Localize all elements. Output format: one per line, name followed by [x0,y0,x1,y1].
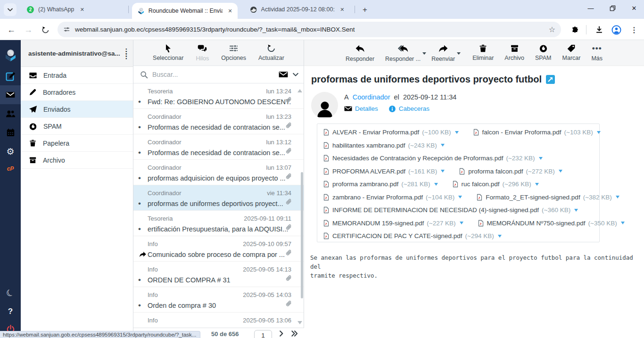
message-row[interactable]: Coordinadorlun 13:07 •proformas adquisic… [133,160,304,185]
forward-button[interactable]: → [23,24,34,35]
profile-icon[interactable] [611,24,622,35]
page-number-box[interactable]: 1 [254,330,272,338]
attachment[interactable]: proforma falcon.pdf(~272 KB) [459,167,562,175]
attachment[interactable]: PROFORMA ALVEAR.pdf(~161 KB) [323,167,445,175]
threads-button[interactable]: Hilos [196,44,209,62]
attachment-menu-caret[interactable] [460,222,463,224]
folder-menu-icon[interactable]: ⋮⋮⋮ [123,50,130,57]
close-tab-icon[interactable]: ✕ [339,5,346,14]
attachment-menu-caret[interactable] [539,157,543,160]
dark-mode-button[interactable]: ☾ [0,283,21,302]
message-row[interactable]: Info2025-09-05 14:03 •Orden de compra # … [133,287,304,313]
attachment-menu-caret[interactable] [434,183,438,186]
forward-button[interactable]: Reenviar [431,44,455,62]
back-button[interactable]: ← [6,24,17,35]
folder-borradores[interactable]: Borradores [21,84,133,101]
attachment-menu-caret[interactable] [559,170,562,173]
reply-button[interactable]: Responder [346,44,374,62]
message-row[interactable]: Tesorerialun 13:24 •Fwd: Re: GOBIERNO AU… [133,83,304,109]
select-button[interactable]: Seleccionar [153,44,183,61]
rail-cpanel-button[interactable]: cP [0,161,21,177]
folder-entrada[interactable]: Entrada [21,67,133,84]
bookmark-star-icon[interactable]: ☆ [549,25,555,34]
folder-archivo[interactable]: Archivo [21,152,133,169]
tab-roundcube[interactable]: Roundcube Webmail :: Enviados ✕ [132,3,238,19]
attachment-menu-caret[interactable] [441,170,445,173]
attachment[interactable]: MEMORANDUM 159-signed.pdf(~227 KB) [323,219,463,227]
more-button[interactable]: •••Más [591,44,603,62]
attachment-menu-caret[interactable] [616,196,619,198]
message-row-selected[interactable]: Coordinadorvie 11:34 •proformas de unifo… [133,185,304,211]
attachment[interactable]: proforma zambrano.pdf(~281 KB) [323,180,438,188]
account-header[interactable]: asistente-administrativo@sa... ⋮⋮⋮ [21,40,133,67]
attachment-menu-caret[interactable] [441,144,445,147]
message-row[interactable]: Info2025-09-05 14:13 •ORDEN DE COMPRA # … [133,262,304,287]
attachment-menu-caret[interactable] [498,235,502,238]
attachment-menu-caret[interactable] [621,222,625,224]
attachment[interactable]: falcon - Enviar Proforma.pdf(~103 KB) [473,128,601,136]
search-options-chevron-icon[interactable] [292,71,299,78]
delete-button[interactable]: Eliminar [472,44,494,61]
headers-link[interactable]: Cabeceras [388,105,429,113]
list-scroll-up-arrow[interactable] [297,89,302,92]
downloads-icon[interactable] [594,24,605,35]
site-info-icon[interactable] [63,26,70,33]
folder-spam[interactable]: SPAM [21,118,133,135]
reply-all-button[interactable]: Responder ... [385,44,421,62]
attachment-menu-caret[interactable] [458,196,462,198]
message-row[interactable]: Tesoreria2025-09-11 09:11 •ertificación … [133,211,304,236]
browser-menu-icon[interactable]: ⋮ [628,24,640,35]
rail-contacts-button[interactable] [0,104,21,123]
extensions-icon[interactable] [569,24,580,35]
message-row[interactable]: Info2025-09-05 13:06 [133,313,304,328]
rail-settings-button[interactable]: ⚙ [0,142,21,161]
search-scope-envelope-icon[interactable] [279,70,288,79]
attachment[interactable]: habilitantes xambrano.pdf(~243 KB) [323,141,445,149]
spam-button[interactable]: SPAM [535,44,552,61]
roundcube-logo[interactable] [0,44,21,66]
window-close-button[interactable]: ✕ [624,0,644,16]
archive-button[interactable]: Archivo [504,44,524,61]
attachment[interactable]: Necesidades de Contratación y Recepción … [323,154,543,162]
attachment[interactable]: MEMORÁNDUM Nº750-signed.pdf(~350 KB) [478,219,625,227]
folder-papelera[interactable]: Papelera [21,135,133,152]
attachment[interactable]: Formato_2_ET-signed-signed.pdf(~382 KB) [476,193,619,201]
rail-mail-button[interactable] [0,85,21,104]
attachment-menu-caret[interactable] [574,209,578,212]
refresh-button[interactable]: Actualizar [258,44,284,61]
attachment-menu-caret[interactable] [535,183,539,186]
compose-button[interactable] [0,66,21,85]
message-row[interactable]: Coordinadorlun 13:23 •Proformas de neces… [133,109,304,134]
window-restore-button[interactable] [603,0,622,16]
list-scroll-down-arrow[interactable] [297,321,302,324]
attachment[interactable]: zambrano - Enviar Proforma.pdf(~104 KB) [323,193,462,201]
message-row[interactable]: Coordinadorlun 13:12 •Proformas de neces… [133,134,304,160]
reply-all-caret-icon[interactable] [422,52,426,55]
attachment-menu-caret[interactable] [597,131,601,134]
last-page-icon[interactable] [291,330,298,337]
options-button[interactable]: Opciones [221,44,246,61]
folder-enviados[interactable]: Enviados [21,101,133,118]
attachment-menu-caret[interactable] [455,131,459,134]
tab-actividad[interactable]: Actividad 2025-09-12 08:00:00 ✕ [244,0,350,19]
mark-button[interactable]: Marcar [562,44,581,61]
attachment[interactable]: INFORME DE DETERMINACION DE NECESIDAD (4… [323,206,578,214]
attachment[interactable]: CERTIFICACION DE PAC Y CATE-signed.pdf(~… [323,232,502,240]
rail-calendar-button[interactable] [0,123,21,142]
message-row[interactable]: Info2025-09-10 09:57 Comunicado sobre pr… [133,236,304,262]
search-input[interactable] [152,71,274,78]
close-tab-icon[interactable]: ✕ [226,7,234,15]
forward-caret-icon[interactable] [457,52,461,55]
address-bar[interactable]: webmail.sanjuan.gob.ec/cpsess4895969315/… [58,22,561,37]
list-scrollbar[interactable] [301,172,303,298]
window-minimize-button[interactable]: — [581,0,601,16]
tab-search-button[interactable] [4,3,17,16]
new-tab-button[interactable]: + [359,4,371,16]
attachment[interactable]: ruc falcon.pdf(~296 KB) [452,180,539,188]
next-page-icon[interactable] [278,330,285,337]
recipient-link[interactable]: Coordinador [353,93,390,101]
close-tab-icon[interactable]: ✕ [78,5,86,14]
details-link[interactable]: Detalles [344,105,378,113]
attachment[interactable]: ALVEAR - Enviar Proforma.pdf(~100 KB) [323,128,459,136]
reload-button[interactable] [40,24,51,35]
